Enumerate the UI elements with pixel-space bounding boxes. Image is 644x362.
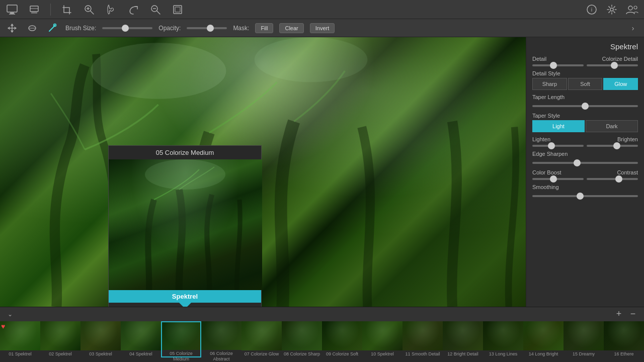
zoom-out-icon[interactable] (147, 2, 164, 18)
thumbnail-label-4: 04 Spektrel (129, 351, 152, 357)
detail-slider[interactable] (532, 64, 584, 66)
thumbnail-item-3[interactable]: 03 Spektrel (80, 321, 121, 362)
info-icon[interactable]: i (584, 2, 600, 18)
contrast-label: Contrast (617, 169, 638, 175)
svg-point-24 (145, 159, 225, 190)
thumbnail-image-9 (322, 321, 362, 350)
thumbnail-item-5[interactable]: 05 Colorize Medium (161, 321, 201, 362)
taper-length-slider[interactable] (532, 105, 638, 107)
thumbnail-label-6: 06 Colorize Abstract (202, 351, 241, 362)
smoothing-slider[interactable] (532, 195, 638, 197)
thumbnail-item-4[interactable]: 04 Spektrel (121, 321, 161, 362)
edge-sharpen-slider[interactable] (532, 162, 638, 164)
thumbnail-item-2[interactable]: 02 Spektrel (40, 321, 80, 362)
svg-text:i: i (591, 7, 592, 13)
color-boost-slider[interactable] (532, 178, 584, 180)
thumbnail-item-10[interactable]: 10 Spektrel (362, 321, 403, 362)
taper-length-label: Taper Length (532, 94, 638, 100)
thumbnail-label-1: 01 Spektrel (9, 351, 32, 357)
right-panel: Spektrel Detail Colorize Detail Detail S… (526, 37, 644, 307)
svg-rect-1 (10, 13, 14, 14)
thumbnail-image-2 (40, 321, 80, 350)
top-toolbar: i (0, 0, 644, 19)
thumbnail-item-1[interactable]: ♥01 Spektrel (0, 321, 40, 362)
thumbnail-item-8[interactable]: 08 Colorize Sharp (282, 321, 322, 362)
detail-param: Detail Colorize Detail (532, 56, 638, 66)
taper-dark-btn[interactable]: Dark (586, 120, 638, 132)
brush-toolbar: Brush Size: Opacity: Mask: Fill Clear In… (0, 19, 644, 37)
settings-icon[interactable] (604, 2, 620, 18)
style-sharp-btn[interactable]: Sharp (532, 78, 567, 90)
thumbnail-label-7: 07 Colorize Glow (245, 351, 279, 357)
zoom-in-main-icon[interactable] (81, 2, 97, 18)
canvas-area[interactable]: 05 Colorize Medium Spektrel (0, 37, 526, 307)
thumbnail-item-16[interactable]: 16 Ethere (604, 321, 644, 362)
thumbnail-image-1: ♥ (0, 321, 40, 350)
brush-erase-btn[interactable] (25, 21, 39, 35)
redo-icon[interactable] (125, 2, 141, 18)
color-boost-label: Color Boost (532, 169, 561, 175)
colorize-detail-slider[interactable] (587, 64, 638, 66)
users-icon[interactable] (624, 2, 640, 18)
strip-chevron-down[interactable]: ⌄ (5, 309, 15, 319)
opacity-slider[interactable] (187, 27, 227, 29)
thumbnail-image-12 (443, 321, 483, 350)
thumbnail-item-15[interactable]: 15 Dreamy (564, 321, 604, 362)
thumbnail-image-14 (523, 321, 564, 350)
edge-sharpen-param: Edge Sharpen (532, 151, 638, 165)
main-layout: 05 Colorize Medium Spektrel Spektrel (0, 37, 644, 307)
brush-paint-btn[interactable] (45, 21, 59, 35)
thumbnail-item-13[interactable]: 13 Long Lines (483, 321, 523, 362)
detail-style-label: Detail Style (532, 70, 638, 76)
contrast-slider[interactable] (587, 178, 638, 180)
colorize-detail-label: Colorize Detail (602, 56, 638, 62)
detail-style-param: Detail Style Sharp Soft Glow (532, 70, 638, 90)
phone-icon[interactable] (103, 2, 119, 18)
fill-btn[interactable]: Fill (255, 23, 273, 33)
lighten-slider[interactable] (532, 145, 584, 147)
invert-btn[interactable]: Invert (310, 23, 335, 33)
opacity-label: Opacity: (158, 25, 181, 32)
lighten-label: Lighten (532, 136, 550, 142)
clear-btn[interactable]: Clear (279, 23, 303, 33)
crop-icon[interactable] (59, 2, 75, 18)
move-tool-btn[interactable] (5, 21, 19, 35)
thumbnail-item-6[interactable]: 06 Colorize Abstract (201, 321, 242, 362)
thumbnail-item-14[interactable]: 14 Long Bright (523, 321, 564, 362)
thumbnail-image-16 (604, 321, 644, 350)
strip-minus-btn[interactable]: − (627, 308, 639, 320)
svg-point-18 (634, 6, 637, 9)
panel-title: Spektrel (532, 42, 638, 51)
thumbnail-item-12[interactable]: 12 Bright Detail (443, 321, 483, 362)
thumbnail-label-16: 16 Ethere (614, 351, 633, 357)
smoothing-param: Smoothing (532, 184, 638, 199)
brighten-slider[interactable] (587, 145, 638, 147)
thumbnail-image-13 (483, 321, 523, 350)
taper-length-param: Taper Length (532, 94, 638, 109)
style-glow-btn[interactable]: Glow (603, 78, 638, 90)
thumbnail-image-11 (403, 321, 443, 350)
svg-point-16 (610, 8, 613, 11)
mask-label: Mask: (233, 25, 249, 32)
brush-size-slider[interactable] (102, 27, 152, 29)
taper-style-buttons: Light Dark (532, 120, 638, 132)
thumbnail-image-7 (242, 321, 282, 350)
style-soft-btn[interactable]: Soft (568, 78, 603, 90)
thumbnail-image-8 (282, 321, 322, 350)
lighten-brighten-param: Lighten Brighten (532, 136, 638, 147)
svg-rect-12 (174, 6, 182, 14)
svg-line-8 (91, 11, 94, 14)
thumbnail-item-9[interactable]: 09 Colorize Soft (322, 321, 362, 362)
thumbnail-label-12: 12 Bright Detail (447, 351, 478, 357)
thumbnail-item-7[interactable]: 07 Colorize Glow (242, 321, 282, 362)
frame-icon[interactable] (170, 2, 186, 18)
thumbnail-image-5 (161, 321, 201, 350)
thumbnail-label-9: 09 Colorize Soft (326, 351, 358, 357)
strip-plus-btn[interactable]: + (613, 308, 625, 320)
thumbnail-item-11[interactable]: 11 Smooth Detail (403, 321, 443, 362)
monitor-icon[interactable] (4, 2, 20, 18)
layers-icon[interactable] (26, 2, 42, 18)
taper-light-btn[interactable]: Light (532, 120, 585, 132)
expand-arrow[interactable]: › (627, 22, 639, 34)
thumbnail-label-11: 11 Smooth Detail (405, 351, 440, 357)
